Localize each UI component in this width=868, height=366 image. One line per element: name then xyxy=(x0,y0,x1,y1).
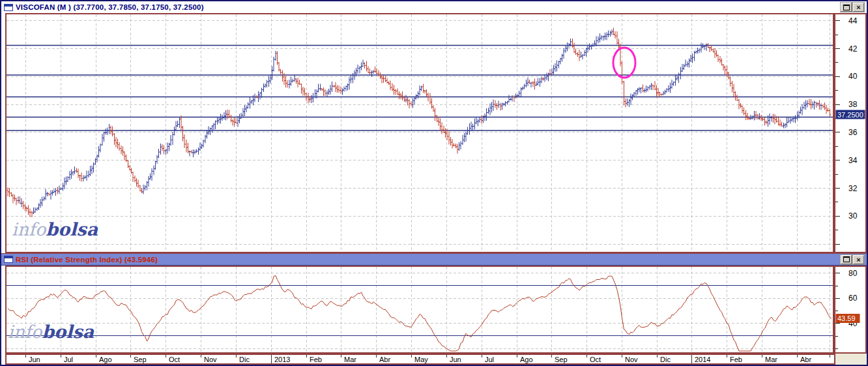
price-tick-label: 34 xyxy=(848,156,858,165)
price-panel-titlebar[interactable]: VISCOFAN (M ) (37.7700, 37.7850, 37.1750… xyxy=(1,1,867,13)
time-axis-svg: JunJulAgoSepOctNovDic2013FebMarAbrMayJun… xyxy=(7,355,834,363)
price-tick-label: 44 xyxy=(848,16,858,25)
price-axis-ticks xyxy=(835,21,840,245)
rsi-chart-svg xyxy=(7,267,833,352)
rsi-restore-button[interactable] xyxy=(841,255,852,264)
price-chart-canvas[interactable]: infobolsa xyxy=(5,13,834,253)
month-label: Oct xyxy=(169,356,180,363)
rsi-value-text: 43.59 xyxy=(837,314,856,322)
rsi-window-icon xyxy=(4,256,13,263)
month-label: Abr xyxy=(379,356,390,363)
close-icon: × xyxy=(856,4,860,10)
month-label: Feb xyxy=(310,356,322,363)
ellipse-annotation[interactable] xyxy=(613,48,635,78)
rsi-panel-title: RSI (Relative Strength Index) (43.5946) xyxy=(16,256,158,264)
restore-button[interactable] xyxy=(841,3,852,12)
month-label: May xyxy=(414,356,428,363)
rsi-grid xyxy=(7,267,833,352)
rsi-tick-label: 60 xyxy=(848,294,858,303)
price-tick-label: 32 xyxy=(848,184,858,193)
month-label: 2014 xyxy=(695,356,710,363)
rsi-tick-label: 80 xyxy=(848,269,858,278)
price-tick-label: 30 xyxy=(848,211,858,221)
month-label: Sep xyxy=(134,356,147,363)
price-grid xyxy=(7,14,833,252)
month-label: Nov xyxy=(625,356,638,363)
restore-icon xyxy=(843,256,850,262)
chart-window: VISCOFAN (M ) (37.7700, 37.7850, 37.1750… xyxy=(0,0,868,366)
price-chart-svg xyxy=(7,14,833,252)
month-label: Mar xyxy=(765,356,777,363)
month-label: Ago xyxy=(520,356,533,363)
month-label: Jul xyxy=(485,356,494,363)
price-tick-label: 38 xyxy=(848,100,858,109)
month-label: Mar xyxy=(344,356,356,363)
month-label: Dic xyxy=(239,356,250,363)
price-tick-label: 36 xyxy=(848,128,858,137)
month-label: Dic xyxy=(660,356,671,363)
month-label: Oct xyxy=(590,356,601,363)
time-axis: JunJulAgoSepOctNovDic2013FebMarAbrMayJun… xyxy=(5,354,835,365)
month-label: Nov xyxy=(204,356,217,363)
month-label: Feb xyxy=(730,356,742,363)
month-label: Abr xyxy=(800,356,811,363)
month-label: Jul xyxy=(64,356,73,363)
rsi-line xyxy=(8,276,832,352)
close-icon: × xyxy=(856,256,860,263)
rsi-axis-ticks xyxy=(835,273,840,349)
rsi-close-button[interactable]: × xyxy=(853,255,864,264)
last-price-text: 37.2500 xyxy=(837,111,863,119)
window-icon xyxy=(4,4,13,11)
month-label: Sep xyxy=(555,356,568,363)
month-label: Ago xyxy=(99,356,112,363)
rsi-panel-titlebar[interactable]: RSI (Relative Strength Index) (43.5946) … xyxy=(1,253,867,266)
month-label: 2013 xyxy=(274,356,290,363)
month-label: Jun xyxy=(450,356,461,363)
price-tick-label: 40 xyxy=(848,72,858,81)
corner-filler xyxy=(835,354,867,365)
close-button[interactable]: × xyxy=(853,3,864,12)
price-panel-title: VISCOFAN (M ) (37.7700, 37.7850, 37.1750… xyxy=(16,3,204,11)
rsi-chart-canvas[interactable]: infobolsa xyxy=(5,266,834,354)
price-axis: 303234363840424437.2500 xyxy=(834,13,867,253)
month-label: Jun xyxy=(29,356,40,363)
price-tick-label: 42 xyxy=(848,44,858,53)
price-axis-svg: 303234363840424437.2500 xyxy=(835,14,865,252)
restore-icon xyxy=(843,5,850,10)
rsi-axis: 40608043.59 xyxy=(834,266,867,354)
rsi-axis-svg: 40608043.59 xyxy=(835,267,865,352)
